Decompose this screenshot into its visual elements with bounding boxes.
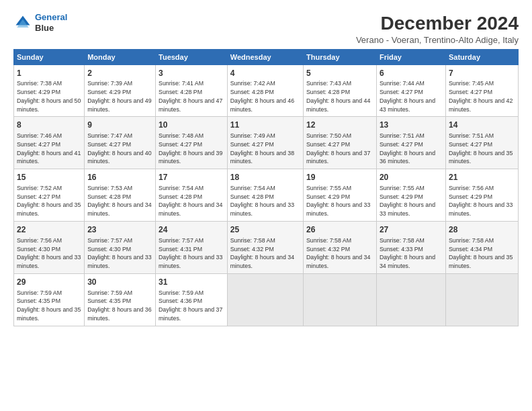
day-number: 16 xyxy=(87,172,152,183)
calendar-header-row: Sunday Monday Tuesday Wednesday Thursday… xyxy=(14,49,519,64)
title-block: December 2024 Verano - Voeran, Trentino-… xyxy=(356,12,519,45)
day-number: 2 xyxy=(87,68,152,79)
table-row: 25Sunrise: 7:58 AMSunset: 4:32 PMDayligh… xyxy=(227,221,303,273)
day-number: 8 xyxy=(17,120,81,131)
table-row: 2Sunrise: 7:39 AMSunset: 4:29 PMDaylight… xyxy=(85,64,156,117)
table-row: 3Sunrise: 7:41 AMSunset: 4:28 PMDaylight… xyxy=(156,64,228,117)
table-row: 17Sunrise: 7:54 AMSunset: 4:28 PMDayligh… xyxy=(156,169,228,222)
day-number: 31 xyxy=(159,277,224,288)
calendar-table: Sunday Monday Tuesday Wednesday Thursday… xyxy=(13,49,519,326)
table-row: 10Sunrise: 7:48 AMSunset: 4:27 PMDayligh… xyxy=(156,117,228,169)
calendar-week-row: 1Sunrise: 7:38 AMSunset: 4:29 PMDaylight… xyxy=(14,64,519,117)
col-saturday: Saturday xyxy=(445,49,518,64)
table-row: 13Sunrise: 7:51 AMSunset: 4:27 PMDayligh… xyxy=(376,117,445,169)
day-number: 1 xyxy=(17,68,81,79)
calendar-week-row: 29Sunrise: 7:59 AMSunset: 4:35 PMDayligh… xyxy=(14,273,519,326)
day-info: Sunrise: 7:43 AMSunset: 4:28 PMDaylight:… xyxy=(306,79,373,113)
day-info: Sunrise: 7:55 AMSunset: 4:29 PMDaylight:… xyxy=(306,184,373,218)
day-number: 22 xyxy=(17,224,81,236)
day-number: 5 xyxy=(306,68,373,79)
col-tuesday: Tuesday xyxy=(156,49,228,64)
table-row: 21Sunrise: 7:56 AMSunset: 4:29 PMDayligh… xyxy=(445,169,518,222)
table-row: 24Sunrise: 7:57 AMSunset: 4:31 PMDayligh… xyxy=(156,221,228,273)
day-number: 6 xyxy=(380,68,443,79)
table-row: 20Sunrise: 7:55 AMSunset: 4:29 PMDayligh… xyxy=(376,169,445,222)
day-info: Sunrise: 7:57 AMSunset: 4:30 PMDaylight:… xyxy=(87,236,152,271)
day-info: Sunrise: 7:51 AMSunset: 4:27 PMDaylight:… xyxy=(449,132,515,166)
day-info: Sunrise: 7:47 AMSunset: 4:27 PMDaylight:… xyxy=(87,132,152,166)
day-info: Sunrise: 7:53 AMSunset: 4:28 PMDaylight:… xyxy=(87,184,152,218)
day-number: 30 xyxy=(87,277,152,288)
day-info: Sunrise: 7:59 AMSunset: 4:35 PMDaylight:… xyxy=(17,289,81,323)
table-row: 4Sunrise: 7:42 AMSunset: 4:28 PMDaylight… xyxy=(227,64,303,117)
day-info: Sunrise: 7:45 AMSunset: 4:27 PMDaylight:… xyxy=(449,79,515,113)
day-number: 20 xyxy=(380,172,443,183)
day-number: 25 xyxy=(230,224,300,236)
main-title: December 2024 xyxy=(356,12,519,35)
day-number: 17 xyxy=(159,172,224,183)
logo-text: General Blue xyxy=(35,12,67,33)
logo-icon xyxy=(13,13,32,32)
day-number: 12 xyxy=(306,120,373,131)
day-info: Sunrise: 7:50 AMSunset: 4:27 PMDaylight:… xyxy=(306,132,373,166)
calendar-week-row: 22Sunrise: 7:56 AMSunset: 4:30 PMDayligh… xyxy=(14,221,519,273)
table-row xyxy=(445,273,518,326)
day-info: Sunrise: 7:52 AMSunset: 4:27 PMDaylight:… xyxy=(17,184,81,218)
day-info: Sunrise: 7:57 AMSunset: 4:31 PMDaylight:… xyxy=(159,236,224,271)
table-row: 19Sunrise: 7:55 AMSunset: 4:29 PMDayligh… xyxy=(304,169,377,222)
day-info: Sunrise: 7:59 AMSunset: 4:35 PMDaylight:… xyxy=(87,289,152,323)
day-info: Sunrise: 7:58 AMSunset: 4:33 PMDaylight:… xyxy=(380,236,443,271)
table-row: 12Sunrise: 7:50 AMSunset: 4:27 PMDayligh… xyxy=(304,117,377,169)
day-number: 3 xyxy=(159,68,224,79)
day-info: Sunrise: 7:58 AMSunset: 4:32 PMDaylight:… xyxy=(230,236,300,271)
table-row: 1Sunrise: 7:38 AMSunset: 4:29 PMDaylight… xyxy=(14,64,85,117)
day-number: 11 xyxy=(230,120,300,131)
day-info: Sunrise: 7:51 AMSunset: 4:27 PMDaylight:… xyxy=(380,132,443,166)
day-number: 7 xyxy=(449,68,515,79)
col-monday: Monday xyxy=(85,49,156,64)
table-row: 6Sunrise: 7:44 AMSunset: 4:27 PMDaylight… xyxy=(376,64,445,117)
page: General Blue December 2024 Verano - Voer… xyxy=(0,0,532,333)
subtitle: Verano - Voeran, Trentino-Alto Adige, It… xyxy=(356,35,519,45)
table-row: 5Sunrise: 7:43 AMSunset: 4:28 PMDaylight… xyxy=(304,64,377,117)
table-row: 23Sunrise: 7:57 AMSunset: 4:30 PMDayligh… xyxy=(85,221,156,273)
day-number: 23 xyxy=(87,224,152,236)
day-info: Sunrise: 7:59 AMSunset: 4:36 PMDaylight:… xyxy=(159,289,224,323)
day-number: 24 xyxy=(159,224,224,236)
table-row: 29Sunrise: 7:59 AMSunset: 4:35 PMDayligh… xyxy=(14,273,85,326)
day-info: Sunrise: 7:39 AMSunset: 4:29 PMDaylight:… xyxy=(87,79,152,113)
col-friday: Friday xyxy=(376,49,445,64)
day-number: 19 xyxy=(306,172,373,183)
table-row: 31Sunrise: 7:59 AMSunset: 4:36 PMDayligh… xyxy=(156,273,228,326)
table-row: 27Sunrise: 7:58 AMSunset: 4:33 PMDayligh… xyxy=(376,221,445,273)
day-number: 18 xyxy=(230,172,300,183)
calendar-week-row: 8Sunrise: 7:46 AMSunset: 4:27 PMDaylight… xyxy=(14,117,519,169)
table-row: 26Sunrise: 7:58 AMSunset: 4:32 PMDayligh… xyxy=(304,221,377,273)
day-info: Sunrise: 7:54 AMSunset: 4:28 PMDaylight:… xyxy=(159,184,224,218)
day-number: 21 xyxy=(449,172,515,183)
table-row: 15Sunrise: 7:52 AMSunset: 4:27 PMDayligh… xyxy=(14,169,85,222)
table-row: 22Sunrise: 7:56 AMSunset: 4:30 PMDayligh… xyxy=(14,221,85,273)
col-sunday: Sunday xyxy=(14,49,85,64)
day-number: 10 xyxy=(159,120,224,131)
day-info: Sunrise: 7:38 AMSunset: 4:29 PMDaylight:… xyxy=(17,79,81,113)
table-row xyxy=(227,273,303,326)
day-info: Sunrise: 7:56 AMSunset: 4:29 PMDaylight:… xyxy=(449,184,515,218)
calendar-week-row: 15Sunrise: 7:52 AMSunset: 4:27 PMDayligh… xyxy=(14,169,519,222)
day-info: Sunrise: 7:48 AMSunset: 4:27 PMDaylight:… xyxy=(159,132,224,166)
table-row: 11Sunrise: 7:49 AMSunset: 4:27 PMDayligh… xyxy=(227,117,303,169)
header: General Blue December 2024 Verano - Voer… xyxy=(13,12,519,45)
day-number: 28 xyxy=(449,224,515,236)
day-info: Sunrise: 7:49 AMSunset: 4:27 PMDaylight:… xyxy=(230,132,300,166)
table-row xyxy=(376,273,445,326)
day-number: 15 xyxy=(17,172,81,183)
table-row: 9Sunrise: 7:47 AMSunset: 4:27 PMDaylight… xyxy=(85,117,156,169)
day-number: 26 xyxy=(306,224,373,236)
day-info: Sunrise: 7:56 AMSunset: 4:30 PMDaylight:… xyxy=(17,236,81,271)
day-info: Sunrise: 7:42 AMSunset: 4:28 PMDaylight:… xyxy=(230,79,300,113)
table-row: 7Sunrise: 7:45 AMSunset: 4:27 PMDaylight… xyxy=(445,64,518,117)
logo: General Blue xyxy=(13,12,67,33)
day-number: 13 xyxy=(380,120,443,131)
day-info: Sunrise: 7:54 AMSunset: 4:28 PMDaylight:… xyxy=(230,184,300,218)
col-wednesday: Wednesday xyxy=(227,49,303,64)
